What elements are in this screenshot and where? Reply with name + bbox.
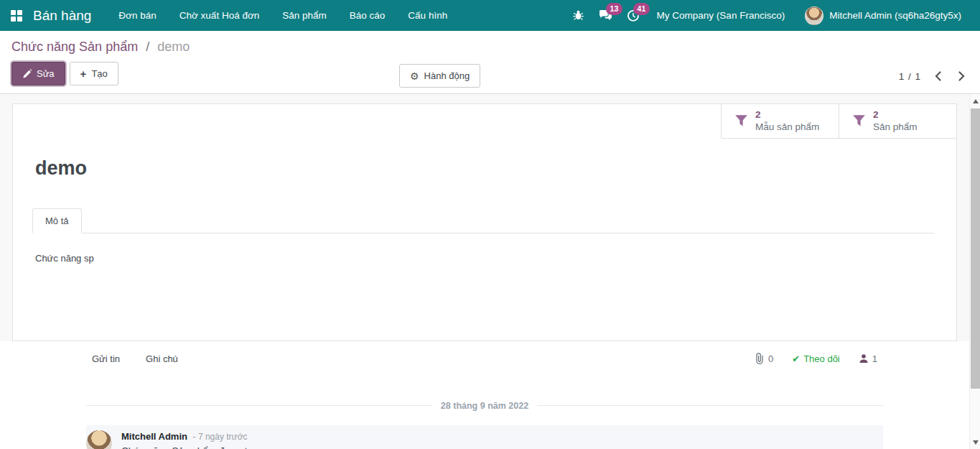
action-button-label: Hành động: [424, 70, 470, 81]
edit-button-label: Sửa: [37, 68, 55, 79]
chatter-message: Mitchell Admin - 7 ngày trước Chức năng …: [86, 425, 883, 449]
follower-person-icon: [859, 353, 869, 364]
menu-san-pham[interactable]: Sản phẩm: [271, 0, 338, 31]
stat-label: Sản phẩm: [873, 121, 918, 134]
control-panel: Chức năng Sản phẩm / demo Sửa + Tạo ⚙ Hà…: [0, 31, 980, 94]
form-sheet: 2 Mẫu sản phẩm 2 Sản phẩm demo: [12, 103, 957, 341]
menu-don-ban[interactable]: Đơn bán: [107, 0, 167, 31]
scrollbar-down-arrow[interactable]: [970, 437, 980, 448]
breadcrumb-current: demo: [157, 40, 190, 54]
user-menu[interactable]: Mitchell Admin (sq6ha26gty5x): [796, 0, 970, 31]
user-avatar: [805, 6, 823, 25]
stat-value: 2: [873, 109, 918, 121]
gear-icon: ⚙: [410, 71, 419, 81]
check-icon: ✔: [792, 353, 800, 364]
company-switcher[interactable]: My Company (San Francisco): [648, 0, 794, 31]
user-name: Mitchell Admin (sq6ha26gty5x): [829, 10, 961, 21]
follow-toggle-button[interactable]: ✔ Theo dõi: [792, 353, 840, 364]
menu-bao-cao[interactable]: Báo cáo: [338, 0, 397, 31]
breadcrumb-separator: /: [141, 40, 154, 54]
messages-menu-button[interactable]: 13: [594, 0, 618, 31]
message-author[interactable]: Mitchell Admin: [121, 431, 187, 442]
message-timestamp: - 7 ngày trước: [193, 432, 248, 442]
form-view-content: 2 Mẫu sản phẩm 2 Sản phẩm demo: [0, 94, 969, 449]
scrollbar-thumb[interactable]: [971, 108, 980, 389]
scrollbar-up-arrow[interactable]: [970, 96, 980, 106]
activities-count-badge: 41: [633, 3, 650, 15]
filter-funnel-icon: [734, 114, 748, 128]
attachment-count: 0: [768, 353, 773, 364]
plus-icon: +: [80, 68, 87, 79]
breadcrumb: Chức năng Sản phẩm / demo: [11, 40, 969, 55]
create-button-label: Tạo: [91, 68, 107, 79]
pager: 1 / 1: [899, 68, 969, 84]
date-separator: 28 tháng 9 năm 2022: [86, 399, 883, 412]
pencil-icon: [22, 69, 32, 78]
chatter: Gửi tin Ghi chú 0 ✔ Theo dõi: [0, 341, 969, 449]
log-note-button[interactable]: Ghi chú: [146, 353, 178, 364]
create-button[interactable]: + Tạo: [70, 62, 118, 85]
stat-button-product-templates[interactable]: 2 Mẫu sản phẩm: [721, 104, 839, 139]
menu-cho-xuat-hoa-don[interactable]: Chờ xuất Hoá đơn: [168, 0, 271, 31]
notebook: Mô tả Chức năng sp: [32, 208, 935, 283]
pager-value: 1 / 1: [899, 71, 921, 82]
tab-mo-ta[interactable]: Mô tả: [32, 208, 82, 233]
description-field[interactable]: Chức năng sp: [32, 233, 935, 283]
bug-icon: [572, 9, 584, 22]
message-author-avatar[interactable]: [86, 430, 112, 449]
filter-funnel-icon: [852, 114, 866, 128]
send-message-button[interactable]: Gửi tin: [92, 353, 120, 364]
vertical-scrollbar[interactable]: [969, 94, 980, 449]
stat-button-box: 2 Mẫu sản phẩm 2 Sản phẩm: [721, 104, 956, 139]
stat-label: Mẫu sản phẩm: [755, 121, 819, 134]
message-body: Chức năng Sản phẩm được tạo: [121, 445, 258, 449]
attachments-button[interactable]: 0: [754, 353, 773, 364]
follow-label: Theo dõi: [803, 353, 840, 364]
chevron-left-icon: [934, 71, 942, 81]
stat-button-products[interactable]: 2 Sản phẩm: [839, 104, 956, 139]
stat-value: 2: [755, 109, 819, 121]
chevron-right-icon: [958, 71, 966, 81]
apps-menu-button[interactable]: [0, 0, 33, 31]
action-menu-button[interactable]: ⚙ Hành động: [399, 64, 480, 88]
pager-next-button[interactable]: [955, 68, 969, 84]
followers-button[interactable]: 1: [859, 353, 877, 364]
record-title: demo: [35, 157, 956, 180]
follower-count: 1: [872, 353, 877, 364]
pager-previous-button[interactable]: [931, 68, 945, 84]
paperclip-icon: [754, 353, 765, 364]
debug-bug-icon[interactable]: [566, 0, 591, 31]
activities-menu-button[interactable]: 41: [621, 0, 645, 31]
top-navbar: Bán hàng Đơn bán Chờ xuất Hoá đơn Sản ph…: [0, 0, 980, 31]
app-brand[interactable]: Bán hàng: [33, 8, 91, 24]
breadcrumb-parent-link[interactable]: Chức năng Sản phẩm: [11, 40, 138, 54]
menu-cau-hinh[interactable]: Cấu hình: [396, 0, 459, 31]
edit-button[interactable]: Sửa: [11, 62, 65, 85]
apps-grid-icon: [11, 10, 22, 22]
